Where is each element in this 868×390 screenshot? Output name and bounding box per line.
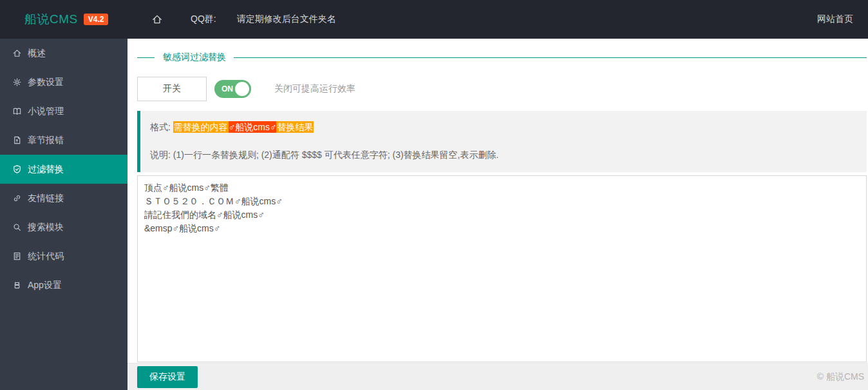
sidebar-item-filter-replace[interactable]: 过滤替换 [0,155,127,184]
qq-group-label: QQ群: [191,14,216,25]
copyright-text: © 船说CMS [817,371,864,383]
sidebar-item-stats-code[interactable]: 统计代码 [0,242,127,271]
header-notice-text: 请定期修改后台文件夹名 [237,14,336,25]
switch-row: 开关 ON 关闭可提高运行效率 [137,76,867,102]
sidebar-item-label: 过滤替换 [28,164,64,175]
sidebar-item-params[interactable]: 参数设置 [0,68,127,97]
sidebar-item-label: 搜索模块 [28,222,64,233]
home-icon [12,48,22,58]
link-icon [12,193,22,203]
switch-label: 开关 [137,77,207,101]
filter-toggle[interactable]: ON [214,80,251,98]
format-line: 格式: 需替换的内容♂船说cms♂替换结果 [150,121,857,133]
version-badge: V4.2 [84,14,109,25]
app-logo[interactable]: 船说CMS V4.2 [0,11,127,28]
sidebar-item-label: 统计代码 [28,251,64,262]
android-icon [12,280,22,290]
save-settings-button[interactable]: 保存设置 [137,366,198,388]
legend-left-line [137,57,155,58]
format-label: 格式: [150,122,171,132]
switch-hint-text: 关闭可提高运行效率 [274,83,355,95]
document-icon [12,251,22,261]
site-home-link[interactable]: 网站首页 [817,14,853,25]
sidebar-item-chapter-errors[interactable]: 章节报错 [0,126,127,155]
shield-check-icon [12,164,22,174]
sidebar-item-search-module[interactable]: 搜索模块 [0,213,127,242]
sidebar-item-label: 概述 [28,48,46,59]
toggle-on-label: ON [222,84,233,93]
sidebar-item-overview[interactable]: 概述 [0,39,127,68]
replace-rules-textarea[interactable]: 顶点♂船说cms♂繁體 ＳＴＯ５２０．ＣＯＭ♂船说cms♂ 請記住我們的域名♂船… [137,175,867,362]
main-content: 敏感词过滤替换 开关 ON 关闭可提高运行效率 格式: 需替换的内容♂船说cms… [127,39,868,390]
sidebar-item-label: 章节报错 [28,135,64,146]
top-header: 船说CMS V4.2 QQ群: 请定期修改后台文件夹名 网站首页 [0,0,868,39]
home-icon [151,14,163,25]
report-icon [12,135,22,145]
sidebar-item-label: 小说管理 [28,106,64,117]
section-title: 敏感词过滤替换 [163,52,226,63]
format-note: 说明: (1)一行一条替换规则; (2)通配符 $$$$ 可代表任意字符; (3… [150,148,857,161]
bottom-action-bar: 保存设置 © 船说CMS [127,363,868,390]
sidebar-item-label: 参数设置 [28,77,64,88]
sidebar-item-friend-links[interactable]: 友情链接 [0,184,127,213]
section-legend: 敏感词过滤替换 [137,51,867,64]
format-help-box: 格式: 需替换的内容♂船说cms♂替换结果 说明: (1)一行一条替换规则; (… [137,111,867,172]
format-result-highlight: 替换结果 [276,121,314,133]
format-source-highlight: 需替换的内容 [173,121,229,133]
toggle-knob [235,82,249,96]
sidebar-item-label: 友情链接 [28,193,64,204]
gear-icon [12,77,22,87]
sidebar-item-novels[interactable]: 小说管理 [0,97,127,126]
admin-page: 船说CMS V4.2 QQ群: 请定期修改后台文件夹名 网站首页 概述 [0,0,868,390]
sidebar-item-app-settings[interactable]: App设置 [0,271,127,300]
format-separator-highlight: ♂船说cms♂ [229,121,277,133]
book-icon [12,106,22,116]
sidebar-nav: 概述 参数设置 小说管理 [0,39,127,390]
header-home-link[interactable] [151,14,163,25]
legend-right-line [234,57,867,58]
sidebar-item-label: App设置 [28,280,62,291]
app-logo-text: 船说CMS [24,11,78,28]
search-icon [12,222,22,232]
